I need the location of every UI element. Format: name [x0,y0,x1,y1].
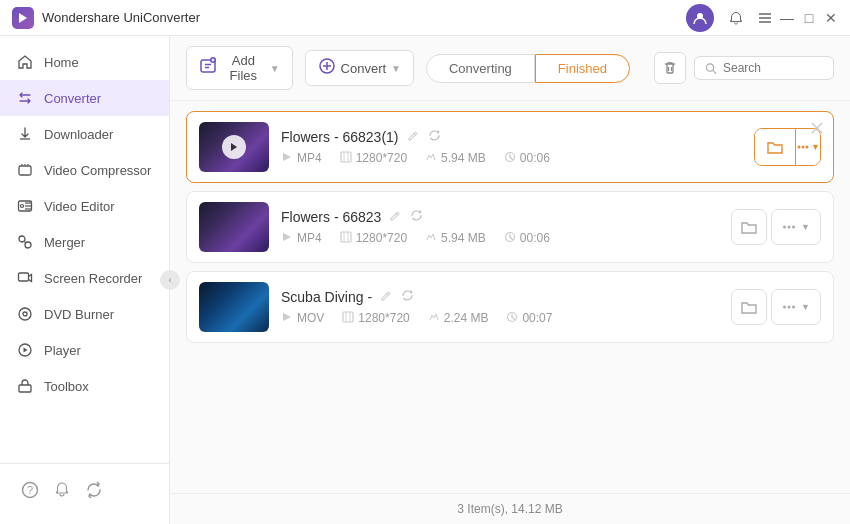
plain-actions-3: ▼ [731,289,821,325]
dropdown-arrow: ▼ [801,222,810,232]
trash-button[interactable] [654,52,686,84]
file-name-row-1: Flowers - 66823(1) [281,129,742,145]
main-layout: HomeConverterDownloaderVideo CompressorV… [0,36,850,524]
add-files-button[interactable]: Add Files ▼ [186,46,293,90]
duration-value-1: 00:06 [520,151,550,165]
search-input[interactable] [723,61,823,75]
refresh-name-icon-2[interactable] [410,209,423,225]
sidebar-label-video-editor: Video Editor [44,199,115,214]
search-bar[interactable] [694,56,834,80]
refresh-icon[interactable] [80,476,108,504]
file-item-3: Scuba Diving -MOV1280*7202.24 MB00:07▼ [186,271,834,343]
more-actions-btn-3[interactable]: ▼ [771,289,821,325]
sidebar-label-player: Player [44,343,81,358]
more-actions-btn-2[interactable]: ▼ [771,209,821,245]
meta-size-2: 5.94 MB [425,231,486,246]
sidebar-item-video-compressor[interactable]: Video Compressor [0,152,169,188]
svg-point-64 [783,306,786,309]
svg-point-56 [792,226,795,229]
dvd-burner-icon [16,305,34,323]
add-convert-button[interactable]: Convert ▼ [305,50,414,86]
tab-finished[interactable]: Finished [535,54,630,83]
add-files-icon [199,57,217,79]
resolution-icon-2 [340,231,352,246]
bell-icon[interactable] [48,476,76,504]
meta-format-1: MP4 [281,151,322,166]
sidebar-item-player[interactable]: Player [0,332,169,368]
refresh-name-icon-3[interactable] [401,289,414,305]
meta-resolution-2: 1280*720 [340,231,407,246]
sidebar-item-converter[interactable]: Converter [0,80,169,116]
maximize-btn[interactable]: □ [802,11,816,25]
menu-btn[interactable] [758,11,772,25]
footer: 3 Item(s), 14.12 MB [170,493,850,524]
sidebar-item-merger[interactable]: Merger [0,224,169,260]
size-icon-1 [425,151,437,166]
format-value-1: MP4 [297,151,322,165]
app-title: Wondershare UniConverter [42,10,686,25]
svg-line-34 [713,70,716,73]
svg-point-55 [788,226,791,229]
svg-point-17 [23,312,27,316]
svg-rect-58 [343,312,353,322]
user-icon-btn[interactable] [686,4,714,32]
sidebar-item-downloader[interactable]: Downloader [0,116,169,152]
refresh-name-icon-1[interactable] [428,129,441,145]
edit-name-icon-3[interactable] [380,289,393,305]
home-icon [16,53,34,71]
close-item-btn-1[interactable] [809,120,825,136]
open-folder-btn-3[interactable] [731,289,767,325]
sidebar-label-toolbox: Toolbox [44,379,89,394]
add-convert-icon [318,57,336,79]
tab-converting[interactable]: Converting [426,54,535,83]
svg-rect-6 [19,166,31,175]
file-thumbnail-1 [199,122,269,172]
help-icon[interactable]: ? [16,476,44,504]
file-info-1: Flowers - 66823(1)MP41280*7205.94 MB00:0… [281,129,742,166]
duration-icon-2 [504,231,516,246]
open-folder-btn-2[interactable] [731,209,767,245]
file-thumbnail-2 [199,202,269,252]
add-files-dropdown-icon: ▼ [270,63,280,74]
sidebar-item-home[interactable]: Home [0,44,169,80]
meta-duration-1: 00:06 [504,151,550,166]
sidebar-item-dvd-burner[interactable]: DVD Burner [0,296,169,332]
window-controls: — □ ✕ [686,4,838,32]
edit-name-icon-2[interactable] [389,209,402,225]
content-area: Add Files ▼ Convert ▼ Converting Finishe… [170,36,850,524]
notification-icon-btn[interactable] [722,4,750,32]
file-meta-1: MP41280*7205.94 MB00:06 [281,151,742,166]
edit-name-icon-1[interactable] [407,129,420,145]
minimize-btn[interactable]: — [780,11,794,25]
video-editor-icon [16,197,34,215]
meta-format-2: MP4 [281,231,322,246]
play-button-1[interactable] [222,135,246,159]
add-files-label: Add Files [222,53,265,83]
svg-rect-48 [341,232,351,242]
format-icon-3 [281,311,293,326]
svg-point-54 [783,226,786,229]
file-item-2: Flowers - 66823MP41280*7205.94 MB00:06▼ [186,191,834,263]
file-name-1: Flowers - 66823(1) [281,129,399,145]
svg-point-8 [21,205,24,208]
svg-text:?: ? [27,484,33,496]
meta-duration-3: 00:07 [506,311,552,326]
size-icon-3 [428,311,440,326]
sidebar-collapse-toggle[interactable]: ‹ [160,270,180,290]
duration-value-3: 00:07 [522,311,552,325]
svg-rect-19 [19,385,31,392]
close-btn[interactable]: ✕ [824,11,838,25]
svg-line-57 [387,293,389,295]
sidebar-item-screen-recorder[interactable]: Screen Recorder [0,260,169,296]
toolbox-icon [16,377,34,395]
svg-line-14 [25,242,26,243]
sidebar-item-video-editor[interactable]: Video Editor [0,188,169,224]
svg-point-13 [25,242,31,248]
open-folder-btn-1[interactable] [755,129,795,165]
resolution-icon-3 [342,311,354,326]
file-actions-2: ▼ [731,209,821,245]
svg-point-65 [788,306,791,309]
size-value-2: 5.94 MB [441,231,486,245]
meta-format-3: MOV [281,311,324,326]
sidebar-item-toolbox[interactable]: Toolbox [0,368,169,404]
